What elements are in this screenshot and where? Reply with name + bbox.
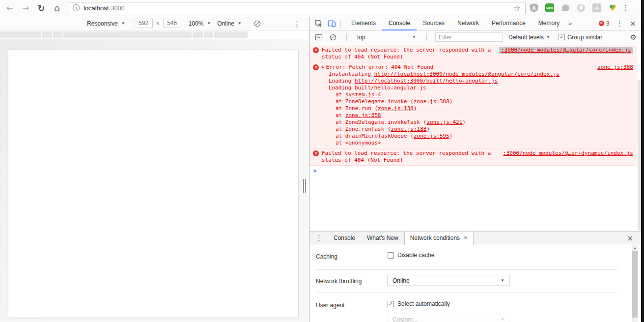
device-width-preset[interactable] [53,31,62,38]
device-width-preset[interactable] [193,31,203,38]
drawer-scrollbar[interactable]: ▲ [632,245,638,322]
device-width-preset[interactable] [63,31,192,38]
stack-frame: at ZoneDelegate.invokeTask (zone.js:421) [313,119,633,126]
stack-frame-link[interactable]: zone.js:138 [378,105,414,112]
toggle-device-toolbar-icon[interactable] [327,19,336,29]
clear-console-icon[interactable] [328,32,338,42]
console-prompt[interactable]: > [309,166,637,176]
device-toolbar-menu-icon[interactable]: ⋮ [293,20,301,29]
acrobat-extension-icon[interactable]: A [592,3,601,12]
cors-extension-icon[interactable]: CORS [545,3,554,12]
drawer-menu-icon[interactable]: ⋮ [315,234,323,242]
stack-frame-link[interactable]: http://localhost:3000/built/hello-angula… [355,78,498,84]
address-bar[interactable]: ⓘ localhost:3000 ☆ [68,2,526,14]
throttle-selector[interactable]: Online▼ [217,20,242,27]
console-error-line: ×▶Error: Fetch error: 404 Not Foundzone.… [313,64,633,71]
disable-cache-checkbox[interactable] [388,252,394,259]
more-tabs-icon[interactable]: » [568,20,572,27]
drawer-tab-what-s-new[interactable]: What's New [361,232,404,244]
stack-frame: at drainMicroTaskQueue (zone.js:595) [313,133,633,140]
zoom-selector[interactable]: 100%▼ [189,20,211,27]
url-text[interactable]: localhost:3000 [84,4,125,12]
error-count-badge[interactable]: × 3 [599,20,610,27]
viewport-height-input[interactable]: 546 [163,19,181,28]
console-toolbar: top ▼ Default levels ▼ ✓ Group similar ⚙ [309,30,641,44]
console-scrollbar[interactable] [638,80,641,230]
drawer-tab-console[interactable]: Console [328,232,361,244]
device-width-preset[interactable] [204,31,213,38]
divider [426,33,427,41]
error-icon: × [313,64,319,70]
tab-console[interactable]: Console [382,17,417,30]
stack-frame-link[interactable]: system.js:4 [345,91,381,98]
tab-network[interactable]: Network [451,17,485,30]
scroll-up-icon[interactable]: ▲ [632,245,638,251]
url-host: localhost [84,4,109,12]
source-location-link[interactable]: zone.js:388 [592,64,633,71]
throttling-select[interactable]: Online ▼ [388,275,509,286]
source-location-link[interactable]: :3000/node_modules/@…gular/core/index.js [499,47,633,54]
chat-bubble-extension-icon[interactable] [561,3,570,12]
tab-performance[interactable]: Performance [485,17,532,30]
stack-frame-link[interactable]: zone.js:595 [414,133,449,139]
devtools-tab-list: ElementsConsoleSourcesNetworkPerformance… [345,17,566,30]
select-automatically-checkbox[interactable]: ✓ [388,301,394,307]
console-settings-gear-icon[interactable]: ⚙ [630,33,637,42]
ring-extension-icon[interactable] [577,4,585,12]
console-filter-input[interactable] [435,32,503,42]
console-message: ×▶Error: Fetch error: 404 Not Foundzone.… [309,62,637,148]
log-level-selector[interactable]: Default levels ▼ [508,34,550,41]
device-type-selector[interactable]: Responsive▼ [87,20,125,27]
stack-frame-link[interactable]: zone.js:188 [391,126,427,132]
stack-frame-link[interactable]: zone.js:388 [414,98,449,105]
custom-user-agent-select[interactable]: Custom... ▼ [388,314,509,322]
group-similar-toggle[interactable]: ✓ Group similar [559,34,602,41]
devtools-close-icon[interactable]: × [630,19,636,28]
scrollbar-thumb[interactable] [632,251,638,318]
network-throttling-label: Network throttling [316,278,380,285]
stack-frame-link[interactable]: zone.js:858 [345,112,381,118]
stack-frame-link[interactable]: http://localhost:3000/node_modules/@angu… [374,71,560,77]
source-location-link[interactable]: :3000/node_modules/@…er-dynamic/index.js [498,150,633,157]
inspect-element-icon[interactable] [314,19,324,29]
device-width-preset[interactable] [42,31,52,38]
tab-sources[interactable]: Sources [417,17,451,30]
stack-frame: Instantiating http://localhost:3000/node… [313,71,633,78]
page-viewport[interactable] [8,50,299,318]
tab-elements[interactable]: Elements [345,17,382,30]
console-message-text: Failed to load resource: the server resp… [322,47,491,54]
url-port: :3000 [109,4,125,12]
expand-triangle-icon[interactable]: ▶ [322,64,324,71]
viewport-width-input[interactable]: 592 [135,19,153,28]
select-arrow-icon: ▼ [501,317,504,322]
drawer-close-icon[interactable]: × [627,234,633,243]
drawer-tab-label: Network conditions [410,232,460,244]
close-tab-icon[interactable]: × [464,232,468,244]
console-sidebar-toggle-icon[interactable] [314,32,324,42]
console-message-text: status of 404 (Not Found) [313,157,633,164]
forward-icon[interactable]: → [20,2,31,14]
drawer-tab-network-conditions[interactable]: Network conditions× [404,232,474,245]
devtools-menu-icon[interactable]: ⋮ [616,19,623,28]
heart-extension-icon[interactable]: ♥ [608,3,617,12]
error-icon: × [313,47,319,53]
device-width-preset[interactable] [214,31,248,38]
stack-frame: at Zone.run (zone.js:138) [313,105,633,112]
stack-frame: Loading http://localhost:3000/built/hell… [313,78,633,85]
devtools-resize-handle[interactable] [303,179,307,193]
browser-menu-icon[interactable]: ⋮ [620,2,632,14]
back-icon[interactable]: ← [4,2,16,14]
stack-frame: at system.js:4 [313,91,633,98]
group-similar-checkbox[interactable]: ✓ [559,34,565,40]
angular-extension-icon[interactable]: A [530,3,538,12]
bookmark-star-icon[interactable]: ☆ [514,3,521,13]
home-icon[interactable]: ⌂ [51,2,63,14]
network-throttling-control: Online ▼ [388,275,509,286]
page-info-icon[interactable]: ⓘ [73,4,80,13]
stack-frame-link[interactable]: zone.js:421 [426,119,462,125]
reload-icon[interactable]: ↻ [35,2,47,14]
device-width-preset[interactable] [0,31,41,38]
javascript-context-selector[interactable]: top ▼ [355,34,418,41]
tab-memory[interactable]: Memory [532,17,566,30]
device-emulation-pane: Responsive▼ 592 × 546 100%▼ Online▼ ⋮ [0,17,309,322]
